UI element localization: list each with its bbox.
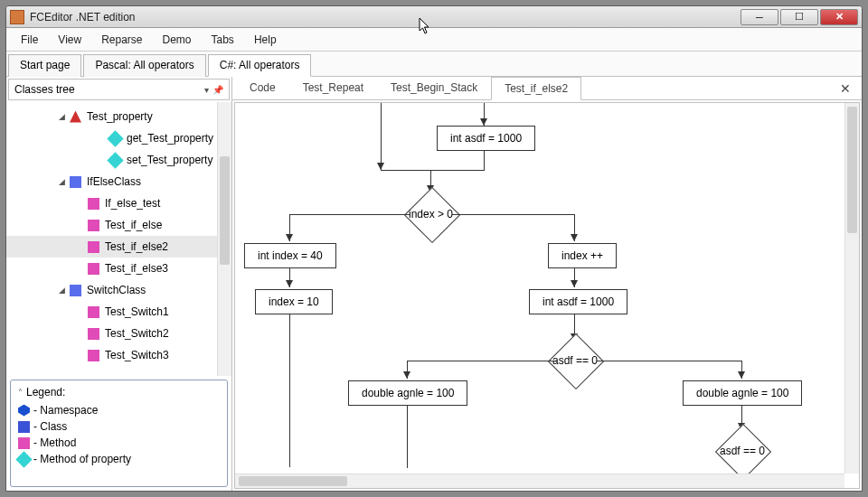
tree-item-test-property[interactable]: ◢Test_property <box>6 106 231 127</box>
tree-item-test-switch3[interactable]: Test_Switch3 <box>6 344 231 366</box>
method-icon <box>88 263 99 275</box>
workspace: Classes tree ▾ 📌 ◢Test_propertyget_Test_… <box>6 77 862 491</box>
tree-item-get-test-property[interactable]: get_Test_property <box>6 127 231 149</box>
tree-item-test-if-else[interactable]: Test_if_else <box>6 214 231 236</box>
file-tab-pascal[interactable]: Pascal: All operators <box>83 54 205 77</box>
flow-node[interactable]: double agnle = 100 <box>683 380 802 406</box>
titlebar[interactable]: FCEditor .NET edition ─ ☐ ✕ <box>6 6 862 28</box>
prop-icon <box>15 451 32 467</box>
flow-node[interactable]: double agnle = 100 <box>348 380 467 406</box>
node-text: index = 10 <box>269 295 319 308</box>
tab-close-button[interactable]: ✕ <box>833 78 858 99</box>
flow-line <box>452 214 574 215</box>
menu-reparse[interactable]: Reparse <box>92 30 151 50</box>
legend-label: - Method of property <box>33 453 131 465</box>
tree-item-label: get_Test_property <box>127 132 213 145</box>
node-text: int index = 40 <box>258 249 323 262</box>
tree-item-switchclass[interactable]: ◢SwitchClass <box>6 279 231 301</box>
menu-demo[interactable]: Demo <box>154 30 201 50</box>
ns-icon <box>18 405 30 417</box>
maximize-button[interactable]: ☐ <box>780 9 818 25</box>
tree-item-label: Test_property <box>87 110 153 123</box>
tree-item-test-switch2[interactable]: Test_Switch2 <box>6 323 231 344</box>
flow-line <box>381 170 485 171</box>
class-icon <box>18 421 30 433</box>
decision-text: asdf == 0 <box>720 445 765 457</box>
menu-help[interactable]: Help <box>245 30 286 50</box>
sidebar-scrollbar[interactable] <box>217 102 231 376</box>
legend-title: ˄ Legend: <box>18 386 220 399</box>
method-icon <box>88 241 99 253</box>
menu-view[interactable]: View <box>49 30 90 50</box>
sidebar-panel-header[interactable]: Classes tree ▾ 📌 <box>8 79 230 100</box>
tree-item-label: If_else_test <box>105 197 160 210</box>
node-text: int asdf = 1000 <box>450 132 522 145</box>
class2-icon <box>70 176 81 188</box>
tree-item-ifelseclass[interactable]: ◢IfElseClass <box>6 171 231 192</box>
scrollbar-thumb[interactable] <box>220 156 230 265</box>
code-tabs: Code Test_Repeat Test_Begin_Stack Test_i… <box>232 77 862 100</box>
arrow-icon <box>738 371 745 379</box>
code-tab-code[interactable]: Code <box>236 76 289 99</box>
flow-node[interactable]: int asdf = 1000 <box>437 126 535 151</box>
menu-file[interactable]: File <box>12 30 47 50</box>
tree-item-test-if-else3[interactable]: Test_if_else3 <box>6 258 231 279</box>
flow-node[interactable]: index = 10 <box>255 289 333 314</box>
tree-item-label: IfElseClass <box>87 175 141 188</box>
legend-row: - Method of property <box>18 451 220 467</box>
method-icon <box>88 220 99 231</box>
tree-item-set-test-property[interactable]: set_Test_property <box>6 149 231 171</box>
minimize-button[interactable]: ─ <box>741 9 778 25</box>
menubar: File View Reparse Demo Tabs Help <box>6 28 862 52</box>
tree-item-label: Test_if_else <box>105 219 162 231</box>
decision-text: asdf == 0 <box>552 354 598 367</box>
flow-node[interactable]: index ++ <box>548 243 617 268</box>
method-icon <box>88 306 99 318</box>
flow-line <box>289 314 290 467</box>
tree-item-test-if-else2[interactable]: Test_if_else2 <box>6 236 231 258</box>
classes-tree: ◢Test_propertyget_Test_propertyset_Test_… <box>6 102 231 370</box>
scrollbar-thumb[interactable] <box>847 107 857 233</box>
tree-container[interactable]: ◢Test_propertyget_Test_propertyset_Test_… <box>6 102 231 376</box>
code-tab-test-begin-stack[interactable]: Test_Begin_Stack <box>377 76 491 99</box>
expander-icon[interactable]: ◢ <box>57 177 66 186</box>
main-area: Code Test_Repeat Test_Begin_Stack Test_i… <box>232 77 862 491</box>
flow-node[interactable]: int asdf = 1000 <box>529 289 627 314</box>
tree-item-label: Test_if_else3 <box>105 262 168 275</box>
legend-row: - Namespace <box>18 402 220 418</box>
pin-icon[interactable]: 📌 <box>212 85 223 95</box>
legend-label: - Method <box>33 436 76 449</box>
dropdown-icon[interactable]: ▾ <box>204 85 209 95</box>
expander-icon[interactable]: ◢ <box>57 286 66 295</box>
tree-item-label: set_Test_property <box>127 154 212 166</box>
legend-more <box>18 467 220 481</box>
code-tab-test-repeat[interactable]: Test_Repeat <box>289 76 377 99</box>
flow-line <box>407 361 554 361</box>
legend-label: - Namespace <box>33 404 98 417</box>
prop-icon <box>107 152 123 168</box>
arrow-icon <box>480 118 487 126</box>
flow-node[interactable]: int index = 40 <box>244 243 336 268</box>
code-tab-test-if-else2[interactable]: Test_if_else2 <box>491 77 581 100</box>
file-tabs: Start page Pascal: All operators C#: All… <box>6 52 862 77</box>
file-tab-csharp[interactable]: C#: All operators <box>208 54 312 77</box>
tree-item-if-else-test[interactable]: If_else_test <box>6 192 231 214</box>
flowchart-canvas[interactable]: int asdf = 1000 index > 0 <box>234 102 860 489</box>
file-tab-start[interactable]: Start page <box>8 54 81 77</box>
tree-item-test-switch1[interactable]: Test_Switch1 <box>6 301 231 323</box>
window-title: FCEditor .NET edition <box>30 11 741 23</box>
sidebar-panel-title: Classes tree <box>14 83 201 96</box>
canvas-vscrollbar[interactable] <box>844 103 859 474</box>
close-button[interactable]: ✕ <box>820 9 858 25</box>
legend-label: - Class <box>33 420 67 433</box>
scrollbar-thumb[interactable] <box>239 476 347 486</box>
method-icon <box>88 350 99 361</box>
canvas-hscrollbar[interactable] <box>235 474 844 488</box>
menu-tabs[interactable]: Tabs <box>203 30 243 50</box>
expander-icon[interactable]: ◢ <box>57 112 66 121</box>
collapse-icon[interactable]: ˄ <box>18 388 23 398</box>
flow-line <box>484 150 485 170</box>
sidebar: Classes tree ▾ 📌 ◢Test_propertyget_Test_… <box>6 77 232 491</box>
node-text: index ++ <box>561 249 603 262</box>
legend-row: - Class <box>18 418 220 435</box>
